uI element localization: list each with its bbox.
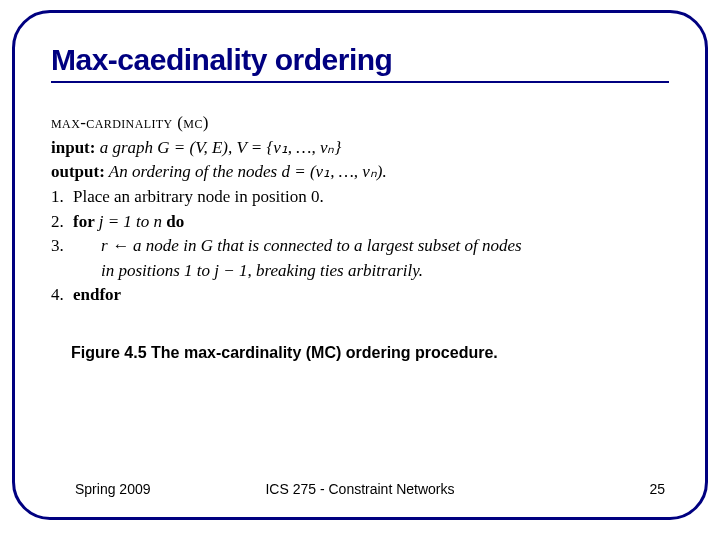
for-condition: j = 1 to n [99,212,167,231]
title-underline [51,81,669,83]
line-number: 1. [51,185,73,210]
slide-title: Max-caedinality ordering [51,43,669,77]
line-number: 3. [51,234,73,259]
algorithm-block: max-cardinality (mc) input: a graph G = … [51,111,669,308]
line3-text: r ← a node in G that is connected to a l… [101,236,522,255]
line-number: 4. [51,283,73,308]
endfor-keyword: endfor [73,283,121,308]
algorithm-input-line: input: a graph G = (V, E), V = {v₁, …, v… [51,136,669,161]
algorithm-output-line: output: An ordering of the nodes d = (v₁… [51,160,669,185]
algo-line-3: 3. r ← a node in G that is connected to … [51,234,669,283]
input-label: input: [51,138,95,157]
footer-left: Spring 2009 [75,481,151,497]
line-number: 2. [51,210,73,235]
output-text: An ordering of the nodes d = (v₁, …, vₙ)… [105,162,387,181]
figure-caption: Figure 4.5 The max-cardinality (MC) orde… [71,344,669,362]
line-text: Place an arbitrary node in position 0. [73,185,324,210]
footer-right: 25 [649,481,665,497]
line-text: for j = 1 to n do [73,210,184,235]
algo-line-4: 4. endfor [51,283,669,308]
line-text: r ← a node in G that is connected to a l… [73,234,522,283]
input-text: a graph G = (V, E), V = {v₁, …, vₙ} [95,138,341,157]
algo-line-2: 2. for j = 1 to n do [51,210,669,235]
algorithm-name: max-cardinality (mc) [51,111,669,136]
slide-frame: Max-caedinality ordering max-cardinality… [12,10,708,520]
line3b-text: in positions 1 to j − 1, breaking ties a… [101,261,423,280]
output-label: output: [51,162,105,181]
for-keyword: for [73,212,99,231]
slide-footer: Spring 2009 ICS 275 - Constraint Network… [15,481,705,497]
algo-line-1: 1. Place an arbitrary node in position 0… [51,185,669,210]
do-keyword: do [166,212,184,231]
